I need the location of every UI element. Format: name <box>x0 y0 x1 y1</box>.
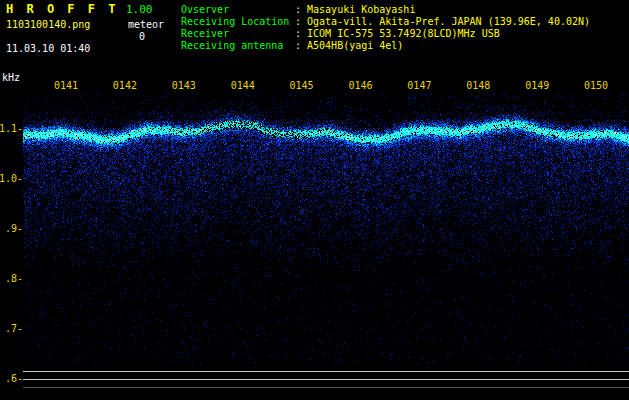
time-tick-label: 0143 <box>172 80 196 91</box>
app-version: 1.00 <box>126 3 153 16</box>
station-info-block: Ovserver: Masayuki KobayashiReceiving Lo… <box>181 4 590 51</box>
freq-tick-label: .6- <box>5 373 23 384</box>
info-value: : Masayuki Kobayashi <box>295 4 590 15</box>
hrofft-output: H R O F F T 1.00 1103100140.png meteor 0… <box>0 0 629 400</box>
time-tick-label: 0148 <box>466 80 490 91</box>
freq-tick-label: 1.0- <box>0 173 23 184</box>
info-value: : A504HB(yagi 4el) <box>295 40 590 51</box>
level-scale-line <box>23 379 629 380</box>
info-label: Ovserver <box>181 4 295 15</box>
time-tick-label: 0142 <box>113 80 137 91</box>
info-value: : ICOM IC-575 53.7492(8LCD)MHz USB <box>295 28 590 39</box>
time-tick-label: 0144 <box>231 80 255 91</box>
freq-tick-label: 1.1- <box>0 123 23 134</box>
info-label: Receiving antenna <box>181 40 295 51</box>
frequency-axis-labels: 1.1-1.0-.9-.8-.7-.6- <box>0 0 23 400</box>
meteor-mode-label: meteor <box>128 19 164 30</box>
time-tick-label: 0141 <box>54 80 78 91</box>
spectrogram-canvas <box>23 94 629 364</box>
freq-tick-label: .9- <box>5 223 23 234</box>
time-tick-label: 0150 <box>584 80 608 91</box>
info-label: Receiving Location <box>181 16 295 27</box>
time-tick-label: 0146 <box>348 80 372 91</box>
meteor-count: 0 <box>139 31 145 42</box>
time-axis-labels: 0141014201430144014501460147014801490150 <box>0 80 629 92</box>
time-tick-label: 0149 <box>525 80 549 91</box>
time-tick-label: 0147 <box>407 80 431 91</box>
level-scale-line <box>23 371 629 372</box>
info-value: : Ogata-vill. Akita-Pref. JAPAN (139.96E… <box>295 16 590 27</box>
freq-tick-label: .8- <box>5 273 23 284</box>
info-label: Receiver <box>181 28 295 39</box>
time-tick-label: 0145 <box>290 80 314 91</box>
freq-tick-label: .7- <box>5 323 23 334</box>
level-scale-line <box>23 387 629 388</box>
